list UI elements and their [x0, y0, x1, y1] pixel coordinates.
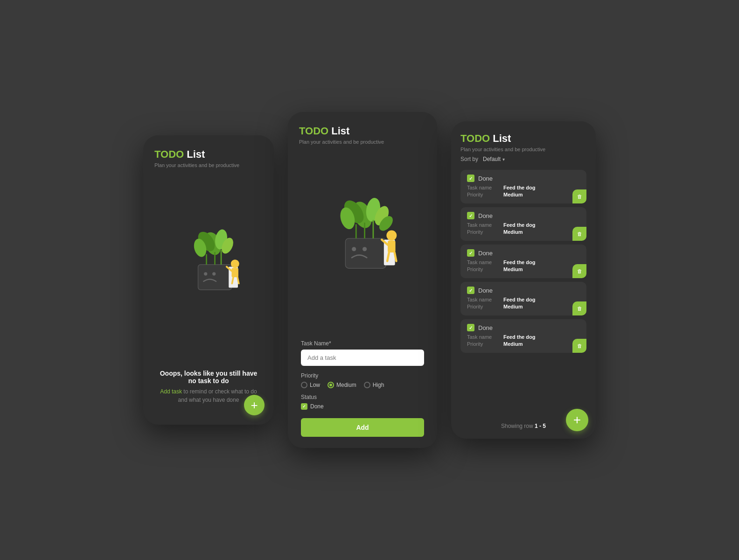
priority-high-radio[interactable]: [364, 382, 370, 388]
svg-point-27: [386, 230, 397, 240]
priority-low-radio[interactable]: [301, 382, 307, 388]
priority-high[interactable]: High: [364, 382, 384, 388]
empty-sub-text: Add task to remind or check what to do a…: [159, 387, 258, 404]
app-title-1: TODO List: [154, 148, 263, 161]
task-done-row: Done: [467, 212, 580, 219]
todo-text-3: TODO: [460, 133, 490, 144]
delete-task-button[interactable]: [572, 264, 586, 278]
chevron-down-icon: ▾: [502, 157, 505, 162]
task-name-row: Task name Feed the dog: [467, 259, 580, 265]
task-name-field-label: Task name: [467, 185, 500, 190]
task-name-row: Task name Feed the dog: [467, 185, 580, 190]
task-done-row: Done: [467, 175, 580, 182]
task-done-label: Done: [478, 324, 493, 331]
task-done-row: Done: [467, 324, 580, 331]
priority-section: Priority Low Medium High: [301, 372, 424, 388]
delete-task-button[interactable]: [572, 339, 586, 353]
task-card: Done Task name Feed the dog Priority Med…: [460, 207, 586, 241]
task-priority-field-value: Medium: [503, 304, 523, 309]
add-task-form: Task Name* Priority Low Medium High: [299, 340, 426, 437]
delete-task-button[interactable]: [572, 227, 586, 241]
pagination-range: 1 - 5: [535, 423, 546, 429]
task-name-field-label: Task name: [467, 222, 500, 228]
todo-text-2: TODO: [299, 125, 328, 137]
list-text-3: List: [490, 133, 511, 144]
task-done-label: Done: [478, 212, 493, 219]
task-check-icon[interactable]: [467, 249, 474, 257]
task-name-label: Task Name*: [301, 340, 424, 347]
priority-medium[interactable]: Medium: [328, 382, 356, 388]
task-done-row: Done: [467, 287, 580, 294]
priority-high-label: High: [373, 382, 384, 388]
add-task-fab-3[interactable]: +: [566, 409, 588, 431]
delete-task-button[interactable]: [572, 301, 586, 315]
screen-task-list: TODO List Plan your activities and be pr…: [451, 121, 596, 439]
task-check-icon[interactable]: [467, 212, 474, 219]
task-card: Done Task name Feed the dog Priority Med…: [460, 170, 586, 203]
svg-rect-10: [232, 268, 238, 277]
task-priority-field-value: Medium: [503, 229, 523, 235]
app-subtitle-2: Plan your activities and be productive: [299, 139, 426, 145]
task-name-field-label: Task name: [467, 297, 500, 302]
task-priority-field-value: Medium: [503, 341, 523, 347]
task-name-row: Task name Feed the dog: [467, 297, 580, 302]
svg-point-6: [204, 272, 207, 275]
priority-medium-radio[interactable]: [328, 382, 334, 388]
task-done-label: Done: [478, 287, 493, 294]
add-task-illustration: [299, 145, 426, 340]
svg-point-9: [231, 259, 239, 268]
list-text-1: List: [184, 148, 205, 160]
pagination-prefix: Showing row: [501, 423, 535, 429]
sort-select[interactable]: Default ▾: [483, 156, 505, 162]
svg-rect-23: [345, 238, 386, 268]
todo-text-1: TODO: [154, 148, 184, 160]
task-priority-row: Priority Medium: [467, 192, 580, 197]
task-priority-field-value: Medium: [503, 266, 523, 272]
priority-medium-label: Medium: [336, 382, 356, 388]
task-check-icon[interactable]: [467, 287, 474, 294]
status-done-check-icon[interactable]: [301, 403, 307, 410]
add-task-button[interactable]: Add: [301, 418, 424, 437]
status-done-checkbox[interactable]: Done: [301, 403, 424, 410]
task-card: Done Task name Feed the dog Priority Med…: [460, 245, 586, 278]
priority-low[interactable]: Low: [301, 382, 320, 388]
add-task-link[interactable]: Add task: [160, 388, 182, 395]
task-name-row: Task name Feed the dog: [467, 334, 580, 340]
task-name-field-value: Feed the dog: [503, 297, 535, 302]
priority-label: Priority: [301, 372, 424, 379]
task-priority-row: Priority Medium: [467, 304, 580, 309]
task-card: Done Task name Feed the dog Priority Med…: [460, 319, 586, 353]
empty-illustration: [154, 168, 263, 370]
empty-main-text: Ooops, looks like you still have no task…: [159, 370, 258, 385]
priority-radio-group: Low Medium High: [301, 382, 424, 388]
sort-value: Default: [483, 156, 501, 162]
screen-empty: TODO List Plan your activities and be pr…: [143, 135, 274, 425]
task-priority-row: Priority Medium: [467, 229, 580, 235]
screen-add-task: TODO List Plan your activities and be pr…: [288, 112, 437, 448]
task-name-field-value: Feed the dog: [503, 222, 535, 228]
app-title-3: TODO List: [460, 133, 586, 145]
task-done-label: Done: [478, 175, 493, 182]
delete-task-button[interactable]: [572, 189, 586, 203]
task-name-row: Task name Feed the dog: [467, 222, 580, 228]
task-priority-row: Priority Medium: [467, 266, 580, 272]
task-name-field-label: Task name: [467, 334, 500, 340]
task-priority-field-label: Priority: [467, 304, 500, 309]
task-name-field-label: Task name: [467, 259, 500, 265]
task-list: Done Task name Feed the dog Priority Med…: [460, 170, 586, 417]
task-done-row: Done: [467, 249, 580, 257]
task-name-field-value: Feed the dog: [503, 185, 535, 190]
task-check-icon[interactable]: [467, 324, 474, 331]
svg-rect-5: [198, 265, 232, 290]
task-priority-field-label: Priority: [467, 229, 500, 235]
task-card: Done Task name Feed the dog Priority Med…: [460, 282, 586, 315]
app-title-2: TODO List: [299, 125, 426, 137]
add-task-fab-1[interactable]: +: [244, 395, 265, 415]
sort-by-label: Sort by: [460, 156, 478, 162]
task-name-field-value: Feed the dog: [503, 334, 535, 340]
task-priority-field-label: Priority: [467, 341, 500, 347]
sort-row: Sort by Default ▾: [460, 156, 586, 162]
task-name-input[interactable]: [301, 350, 424, 366]
task-check-icon[interactable]: [467, 175, 474, 182]
task-name-field-value: Feed the dog: [503, 259, 535, 265]
